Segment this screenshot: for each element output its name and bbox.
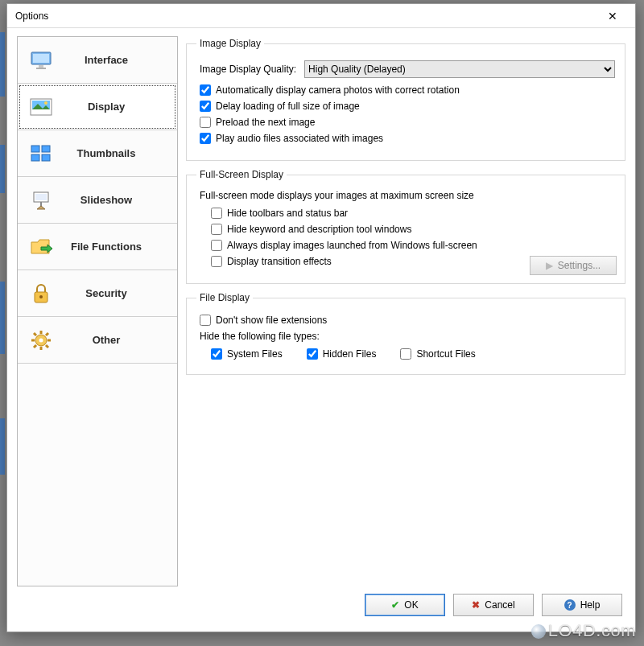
system-files-checkbox[interactable] (211, 348, 222, 360)
check-icon: ✔ (391, 599, 399, 611)
transition-settings-button[interactable]: ▶ Settings... (530, 256, 617, 275)
picture-icon (29, 95, 53, 119)
sidebar-item-label: Security (85, 287, 126, 299)
delay-load-label: Delay loading of full size of image (216, 101, 360, 112)
quality-select[interactable]: High Quality (Delayed) (304, 60, 615, 78)
svg-line-23 (34, 333, 36, 335)
thumbnails-icon (29, 142, 53, 166)
svg-rect-11 (42, 154, 50, 161)
svg-rect-1 (33, 54, 49, 63)
group-file-display: File Display Don't show file extensions … (186, 292, 625, 375)
play-audio-label: Play audio files associated with images (216, 133, 383, 144)
hidden-files-label: Hidden Files (323, 348, 377, 360)
options-content: Image Display Image Display Quality: Hig… (186, 36, 625, 586)
sidebar-item-label: File Functions (71, 241, 142, 253)
sidebar-item-other[interactable]: Other (18, 317, 177, 364)
shortcut-files-checkbox[interactable] (400, 348, 411, 360)
svg-line-24 (46, 345, 48, 348)
group-legend: File Display (196, 292, 253, 303)
svg-rect-9 (42, 146, 50, 152)
close-icon[interactable]: ✕ (597, 6, 629, 27)
svg-line-26 (34, 345, 36, 348)
options-dialog: Options ✕ Interface Display (6, 3, 636, 632)
play-icon: ▶ (546, 260, 553, 271)
group-fullscreen: Full-Screen Display Full-screen mode dis… (186, 169, 625, 284)
sidebar-item-file-functions[interactable]: File Functions (18, 224, 177, 270)
svg-rect-14 (40, 202, 42, 206)
folder-arrow-icon (29, 235, 53, 259)
titlebar[interactable]: Options ✕ (7, 4, 635, 28)
quality-label: Image Display Quality: (200, 64, 296, 75)
category-sidebar: Interface Display Thumbnails (17, 36, 178, 586)
window-title: Options (15, 10, 48, 22)
sidebar-item-label: Slideshow (80, 194, 132, 206)
auto-rotate-checkbox[interactable] (200, 84, 211, 96)
dialog-footer: ✔ OK ✖ Cancel ? Help (17, 586, 625, 623)
hide-types-label: Hide the following file types: (200, 331, 615, 342)
hide-extensions-label: Don't show file extensions (216, 315, 327, 326)
sidebar-item-display[interactable]: Display (18, 84, 177, 130)
always-fullscreen-checkbox[interactable] (211, 240, 222, 251)
svg-point-7 (44, 101, 47, 105)
always-fullscreen-label: Always display images launched from Wind… (227, 240, 477, 251)
sidebar-item-label: Thumbnails (77, 147, 136, 159)
gear-icon (29, 328, 53, 352)
lock-icon (29, 282, 53, 306)
sidebar-item-slideshow[interactable]: Slideshow (18, 177, 177, 224)
group-legend: Full-Screen Display (196, 169, 287, 180)
system-files-label: System Files (227, 348, 283, 360)
preload-label: Preload the next image (216, 117, 315, 128)
sidebar-item-label: Interface (85, 54, 128, 66)
svg-rect-10 (31, 154, 39, 161)
cancel-button[interactable]: ✖ Cancel (453, 594, 534, 616)
transition-label: Display transition effects (227, 256, 332, 267)
svg-rect-8 (31, 146, 39, 152)
svg-point-18 (39, 338, 43, 342)
group-legend: Image Display (196, 38, 264, 49)
fullscreen-note: Full-screen mode displays your images at… (200, 190, 615, 201)
preload-checkbox[interactable] (200, 117, 211, 128)
help-button[interactable]: ? Help (542, 594, 622, 616)
svg-point-16 (39, 295, 43, 298)
svg-rect-3 (36, 68, 46, 69)
hide-toolbars-checkbox[interactable] (211, 208, 222, 219)
sidebar-item-interface[interactable]: Interface (18, 37, 177, 84)
help-icon: ? (564, 599, 576, 611)
hide-keyword-label: Hide keyword and description tool window… (227, 224, 411, 235)
hidden-files-checkbox[interactable] (307, 348, 318, 360)
client-area: Interface Display Thumbnails (7, 28, 635, 632)
cross-icon: ✖ (472, 599, 480, 611)
svg-line-25 (46, 333, 48, 335)
sidebar-item-thumbnails[interactable]: Thumbnails (18, 130, 177, 177)
shortcut-files-label: Shortcut Files (416, 348, 475, 360)
projector-icon (29, 188, 53, 212)
hide-toolbars-label: Hide toolbars and status bar (227, 208, 348, 219)
delay-load-checkbox[interactable] (200, 101, 211, 112)
hide-keyword-checkbox[interactable] (211, 224, 222, 235)
transition-checkbox[interactable] (211, 256, 222, 267)
svg-rect-2 (39, 65, 43, 68)
ok-button[interactable]: ✔ OK (365, 594, 445, 616)
svg-rect-13 (35, 194, 47, 200)
sidebar-item-label: Other (93, 334, 121, 346)
sidebar-item-label: Display (88, 101, 125, 113)
play-audio-checkbox[interactable] (200, 133, 211, 144)
auto-rotate-label: Automatically display camera photos with… (216, 84, 460, 96)
hide-extensions-checkbox[interactable] (200, 315, 211, 326)
group-image-display: Image Display Image Display Quality: Hig… (186, 38, 625, 161)
monitor-icon (29, 48, 53, 72)
sidebar-item-security[interactable]: Security (18, 270, 177, 317)
